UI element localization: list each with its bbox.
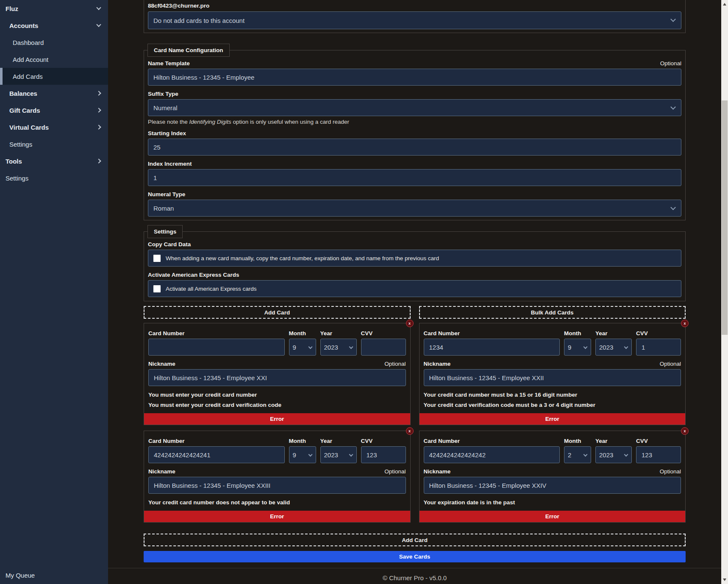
activate-amex-checkbox[interactable] <box>153 285 161 292</box>
card-entry-panel-1: x Card Number Month 9 Year 202 <box>144 323 411 425</box>
chevron-down-icon <box>624 453 628 457</box>
starting-index-label: Starting Index <box>148 130 186 136</box>
sidebar-item-settings-sub[interactable]: Settings <box>0 136 108 153</box>
remove-card-icon[interactable]: x <box>406 320 414 327</box>
footer: © Churner Pro - v5.0.0 <box>108 568 721 581</box>
chevron-down-icon <box>584 345 588 349</box>
card-number-input[interactable]: 4242424242424241 <box>148 446 285 463</box>
cvv-input[interactable]: 123 <box>361 446 406 463</box>
card-name-configuration-section: Card Name Configuration Name Template Op… <box>144 50 686 220</box>
add-card-bottom-button[interactable]: Add Card <box>144 534 686 546</box>
scroll-up-icon[interactable] <box>723 3 726 6</box>
month-select[interactable]: 9 <box>564 339 591 356</box>
numeral-type-select[interactable]: Roman <box>148 200 681 217</box>
settings-section: Settings Copy Card Data When adding a ne… <box>144 231 686 301</box>
nickname-input[interactable]: Hilton Business - 12345 - Employee XXIII <box>148 477 406 494</box>
card-number-label: Card Number <box>148 438 285 444</box>
sidebar-item-virtual-cards[interactable]: Virtual Cards <box>0 119 108 136</box>
activate-amex-checkbox-row[interactable]: Activate all American Express cards <box>148 280 681 297</box>
sidebar-item-tools[interactable]: Tools <box>0 153 108 170</box>
card-error-message: You must enter your credit card verifica… <box>148 402 406 408</box>
remove-card-icon[interactable]: x <box>681 320 689 327</box>
optional-label: Optional <box>384 361 406 367</box>
year-label: Year <box>595 330 632 336</box>
chevron-down-icon <box>670 104 676 110</box>
sidebar-item-dashboard[interactable]: Dashboard <box>0 34 108 51</box>
sidebar-item-label: Accounts <box>9 22 38 29</box>
card-actions-row: Add Card Bulk Add Cards <box>144 306 686 319</box>
month-label: Month <box>289 438 316 444</box>
sidebar-item-label: Balances <box>9 90 37 97</box>
error-button[interactable]: Error <box>144 511 410 522</box>
index-increment-input[interactable]: 1 <box>148 169 681 186</box>
cvv-input[interactable]: 1 <box>636 339 681 356</box>
month-select[interactable]: 9 <box>289 339 316 356</box>
error-button[interactable]: Error <box>420 511 686 522</box>
year-select[interactable]: 2023 <box>320 339 357 356</box>
nickname-label: Nickname <box>424 361 451 367</box>
sidebar-item-gift-cards[interactable]: Gift Cards <box>0 102 108 119</box>
card-number-input[interactable]: 1234 <box>424 339 560 356</box>
copy-card-data-checkbox-text: When adding a new card manually, copy th… <box>166 255 439 261</box>
chevron-down-icon <box>670 17 676 22</box>
copy-card-data-checkbox[interactable] <box>153 255 161 262</box>
sidebar-item-fluz[interactable]: Fluz <box>0 0 108 17</box>
nickname-input[interactable]: Hilton Business - 12345 - Employee XXIV <box>424 477 681 494</box>
card-error-message: You must enter your credit card number <box>148 392 406 398</box>
card-entry-panel-2: x Card Number 1234 Month 9 Year <box>419 323 686 425</box>
error-button[interactable]: Error <box>144 413 410 425</box>
chevron-down-icon <box>308 345 312 349</box>
month-select[interactable]: 9 <box>289 446 316 463</box>
month-select[interactable]: 2 <box>564 446 591 463</box>
chevron-down-icon <box>670 205 676 210</box>
nickname-input[interactable]: Hilton Business - 12345 - Employee XXII <box>424 369 681 386</box>
year-select[interactable]: 2023 <box>595 339 632 356</box>
sidebar-item-accounts[interactable]: Accounts <box>0 17 108 34</box>
main-content: 88cf0423@churner.pro Do not add cards to… <box>108 0 721 584</box>
card-entry-row-1: x Card Number Month 9 Year 202 <box>144 323 686 425</box>
sidebar-item-add-cards[interactable]: Add Cards <box>0 68 108 85</box>
account-section: 88cf0423@churner.pro Do not add cards to… <box>144 0 686 33</box>
scroll-down-icon[interactable] <box>723 578 726 581</box>
year-label: Year <box>320 330 357 336</box>
card-error-message: Your credit card number must be a 15 or … <box>424 392 681 398</box>
cvv-label: CVV <box>636 438 681 444</box>
scrollbar-thumb[interactable] <box>722 100 728 335</box>
sidebar-item-settings[interactable]: Settings <box>0 170 108 186</box>
save-cards-button[interactable]: Save Cards <box>144 551 686 562</box>
year-label: Year <box>595 438 632 444</box>
suffix-type-select[interactable]: Numeral <box>148 99 681 116</box>
chevron-down-icon <box>624 345 628 349</box>
year-select[interactable]: 2023 <box>595 446 632 463</box>
starting-index-input[interactable]: 25 <box>148 139 681 156</box>
numeral-type-selected-value: Roman <box>153 205 174 212</box>
account-action-select[interactable]: Do not add cards to this account <box>148 11 681 29</box>
sidebar-item-my-queue[interactable]: My Queue <box>6 572 35 579</box>
sidebar-item-balances[interactable]: Balances <box>0 85 108 102</box>
error-button[interactable]: Error <box>420 413 686 425</box>
remove-card-icon[interactable]: x <box>681 427 689 435</box>
sidebar-item-label: Add Account <box>13 56 48 63</box>
cvv-input[interactable] <box>361 339 406 356</box>
nickname-label: Nickname <box>148 468 175 475</box>
card-errors: Your expiration date is in the past <box>420 494 686 506</box>
sidebar-item-add-account[interactable]: Add Account <box>0 51 108 68</box>
remove-card-icon[interactable]: x <box>406 427 414 435</box>
chevron-down-icon <box>349 345 353 349</box>
vertical-scrollbar[interactable] <box>721 0 728 584</box>
year-select[interactable]: 2023 <box>320 446 357 463</box>
starting-index-value: 25 <box>153 144 161 151</box>
card-error-message: Your credit card verification code must … <box>424 402 681 408</box>
suffix-type-selected-value: Numeral <box>153 104 178 111</box>
month-label: Month <box>564 438 591 444</box>
cvv-input[interactable]: 123 <box>636 446 681 463</box>
month-label: Month <box>289 330 316 336</box>
chevron-down-icon <box>96 22 101 27</box>
card-number-input[interactable]: 4242424242424242 <box>424 446 560 463</box>
card-number-input[interactable] <box>148 339 285 356</box>
name-template-input[interactable]: Hilton Business - 12345 - Employee <box>148 69 681 86</box>
nickname-input[interactable]: Hilton Business - 12345 - Employee XXI <box>148 369 406 386</box>
add-card-button[interactable]: Add Card <box>144 306 411 319</box>
copy-card-data-checkbox-row[interactable]: When adding a new card manually, copy th… <box>148 250 681 267</box>
bulk-add-cards-button[interactable]: Bulk Add Cards <box>419 306 686 319</box>
